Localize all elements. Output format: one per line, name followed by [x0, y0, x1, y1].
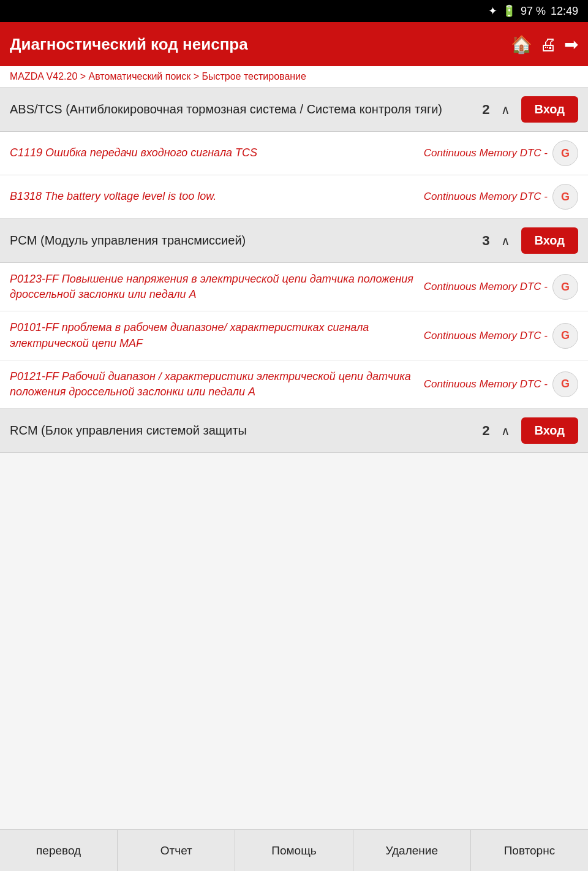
app-header: Диагностический код неиспра 🏠 🖨 ➡ [0, 22, 588, 66]
dtc-row: C1119 Ошибка передачи входного сигнала T… [0, 132, 588, 175]
report-button[interactable]: Отчет [118, 830, 235, 871]
dtc-text: P0121-FF Рабочий диапазон / характеристи… [10, 369, 424, 400]
google-search-button[interactable]: G [552, 274, 578, 300]
battery-icon: 🔋 [502, 4, 516, 18]
section-rcm-chevron: ∧ [501, 424, 510, 438]
google-search-button[interactable]: G [552, 371, 578, 397]
section-abs-chevron: ∧ [501, 102, 510, 117]
google-search-button[interactable]: G [552, 323, 578, 349]
dtc-row: P0121-FF Рабочий диапазон / характеристи… [0, 360, 588, 409]
section-pcm-header: PCM (Модуль управления трансмиссией) 3 ∧… [0, 219, 588, 263]
exit-icon[interactable]: ➡ [564, 34, 578, 55]
translate-button[interactable]: перевод [0, 830, 118, 871]
clock: 12:49 [551, 5, 578, 18]
home-icon[interactable]: 🏠 [511, 34, 532, 55]
dtc-status: Continuous Memory DTC - [424, 146, 548, 160]
google-search-button[interactable]: G [552, 140, 578, 166]
section-abs-title: ABS/TCS (Антиблокировочная тормозная сис… [10, 102, 476, 116]
section-abs-count: 2 [482, 102, 489, 118]
section-pcm-count: 3 [482, 233, 489, 249]
dtc-status: Continuous Memory DTC - [424, 378, 548, 391]
dtc-text: P0123-FF Повышение напряжения в электрич… [10, 272, 424, 302]
section-abs-header: ABS/TCS (Антиблокировочная тормозная сис… [0, 88, 588, 132]
section-pcm-enter-button[interactable]: Вход [521, 227, 578, 254]
delete-button[interactable]: Удаление [353, 830, 471, 871]
section-abs-enter-button[interactable]: Вход [521, 96, 578, 123]
breadcrumb: MAZDA V42.20 > Автоматический поиск > Бы… [0, 66, 588, 88]
battery-percent: 97 % [521, 5, 546, 18]
dtc-status: Continuous Memory DTC - [424, 190, 548, 203]
dtc-status: Continuous Memory DTC - [424, 329, 548, 343]
section-rcm-enter-button[interactable]: Вход [521, 417, 578, 444]
status-icons: ✦ 🔋 97 % 12:49 [488, 4, 578, 18]
status-bar: ✦ 🔋 97 % 12:49 [0, 0, 588, 22]
main-content: ABS/TCS (Антиблокировочная тормозная сис… [0, 88, 588, 829]
dtc-text: C1119 Ошибка передачи входного сигнала T… [10, 145, 424, 161]
dtc-row: P0123-FF Повышение напряжения в электрич… [0, 263, 588, 311]
dtc-row: B1318 The battery voltage level is too l… [0, 175, 588, 219]
help-button[interactable]: Помощь [235, 830, 353, 871]
section-rcm-header: RCM (Блок управления системой защиты 2 ∧… [0, 409, 588, 453]
page-title: Диагностический код неиспра [10, 35, 503, 54]
bottom-toolbar: перевод Отчет Помощь Удаление Повторнс [0, 829, 588, 871]
section-pcm-chevron: ∧ [501, 234, 510, 248]
bluetooth-icon: ✦ [488, 4, 497, 18]
repeat-button[interactable]: Повторнс [471, 830, 588, 871]
dtc-row: P0101-FF проблема в рабочем диапазоне/ х… [0, 311, 588, 360]
dtc-status: Continuous Memory DTC - [424, 280, 548, 294]
google-search-button[interactable]: G [552, 184, 578, 210]
section-pcm-title: PCM (Модуль управления трансмиссией) [10, 234, 476, 248]
print-icon[interactable]: 🖨 [540, 34, 557, 55]
dtc-text: B1318 The battery voltage level is too l… [10, 189, 424, 204]
dtc-text: P0101-FF проблема в рабочем диапазоне/ х… [10, 320, 424, 351]
section-rcm-count: 2 [482, 423, 489, 439]
section-rcm-title: RCM (Блок управления системой защиты [10, 424, 476, 438]
